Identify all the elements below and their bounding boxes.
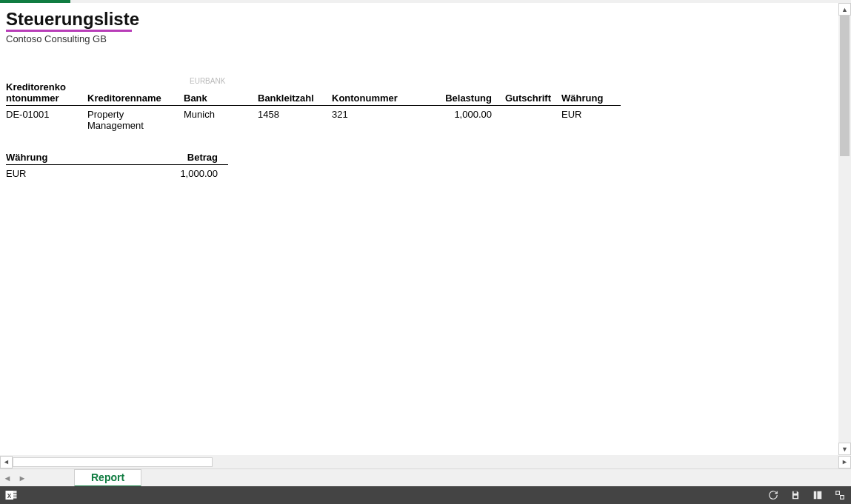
vscroll-track[interactable] <box>838 16 851 443</box>
svg-rect-5 <box>794 491 797 494</box>
cell-knr: 321 <box>332 106 428 133</box>
app-frame: Steuerungsliste Contoso Consulting GB EU… <box>0 0 851 504</box>
svg-rect-1 <box>11 491 17 493</box>
cell-summary-wae: EUR <box>6 165 139 181</box>
svg-rect-8 <box>817 491 821 500</box>
cell-summary-betrag: 1,000.00 <box>139 165 228 181</box>
svg-rect-3 <box>11 497 17 499</box>
title-underline <box>6 30 132 32</box>
cell-kname: Property Management <box>87 106 184 133</box>
refresh-icon[interactable] <box>767 488 780 502</box>
col-belastung: Belastung <box>428 80 502 106</box>
report-viewport: Steuerungsliste Contoso Consulting GB EU… <box>0 3 851 455</box>
col-summary-betrag: Betrag <box>139 150 228 165</box>
cell-bank: Munich <box>184 106 258 133</box>
cell-kknr: DE-01001 <box>6 106 87 133</box>
horizontal-scrollbar[interactable]: ◄ ► <box>0 455 851 468</box>
page-subtitle: Contoso Consulting GB <box>6 33 832 44</box>
cell-wae: EUR <box>561 106 621 133</box>
col-summary-waehrung: Währung <box>6 150 139 165</box>
vscroll-thumb[interactable] <box>840 16 850 156</box>
col-gutschrift: Gutschrift <box>502 80 561 106</box>
svg-rect-6 <box>794 496 798 499</box>
page-title: Steuerungsliste <box>6 9 832 30</box>
summary-table: Währung Betrag EUR 1,000.00 <box>6 150 832 181</box>
tab-report[interactable]: Report <box>74 469 141 487</box>
scroll-up-button[interactable]: ▲ <box>838 3 851 16</box>
report-content: Steuerungsliste Contoso Consulting GB EU… <box>0 3 838 455</box>
summary-row: EUR 1,000.00 <box>6 165 228 181</box>
svg-rect-7 <box>814 491 817 500</box>
ghost-bank-text: EURBANK <box>190 77 225 85</box>
svg-text:X: X <box>7 493 12 500</box>
scroll-left-button[interactable]: ◄ <box>0 456 13 468</box>
save-icon[interactable] <box>789 488 802 502</box>
hscroll-thumb[interactable] <box>13 457 213 467</box>
tab-label: Report <box>91 471 124 483</box>
col-kreditorenname: Kreditorenname <box>87 80 184 106</box>
cell-bel: 1,000.00 <box>428 106 502 133</box>
scroll-right-button[interactable]: ► <box>838 456 851 468</box>
svg-rect-9 <box>836 491 840 495</box>
sheet-tab-strip: ◄ ► Report <box>0 468 851 486</box>
cell-gut <box>502 106 561 133</box>
svg-rect-2 <box>11 494 17 496</box>
col-kontonummer: Kontonummer <box>332 80 428 106</box>
fullscreen-icon[interactable] <box>833 488 847 502</box>
scroll-down-button[interactable]: ▼ <box>838 443 851 455</box>
page-layout-icon[interactable] <box>811 488 824 502</box>
summary-header-row: Währung Betrag <box>6 150 228 165</box>
tab-nav-prev[interactable]: ◄ <box>0 474 15 483</box>
status-bar: X <box>0 486 851 504</box>
col-kreditorenkontonummer: Kreditorenko ntonummer <box>6 80 87 106</box>
col-waehrung: Währung <box>561 80 621 106</box>
tab-nav-next[interactable]: ► <box>15 474 30 483</box>
excel-icon: X <box>4 488 18 502</box>
vertical-scrollbar[interactable]: ▲ ▼ <box>838 3 851 455</box>
main-table: EURBANK Kreditorenko ntonummer Kreditore… <box>6 80 832 132</box>
table-header-row: Kreditorenko ntonummer Kreditorenname Ba… <box>6 80 621 106</box>
col-bankleitzahl: Bankleitzahl <box>258 80 332 106</box>
svg-rect-10 <box>841 496 844 500</box>
cell-blz: 1458 <box>258 106 332 133</box>
hscroll-track[interactable] <box>13 456 838 468</box>
table-row: DE-01001 Property Management Munich 1458… <box>6 106 621 133</box>
